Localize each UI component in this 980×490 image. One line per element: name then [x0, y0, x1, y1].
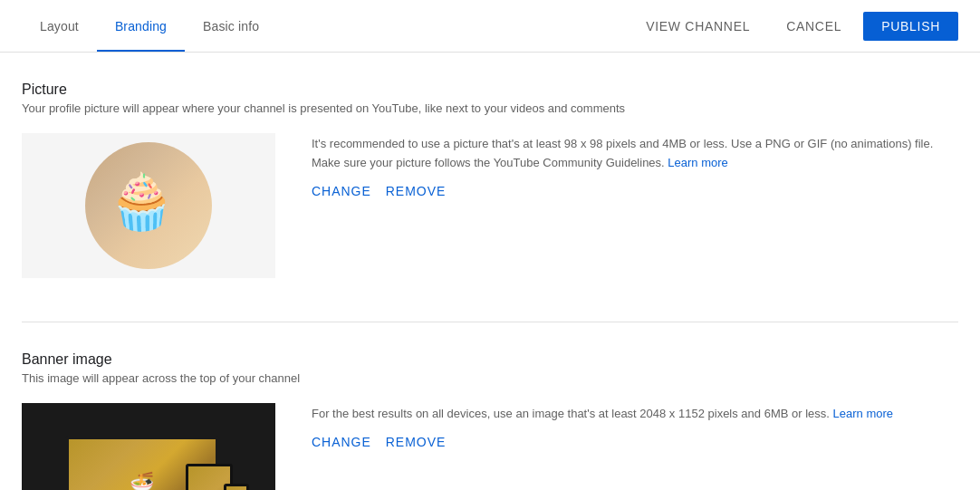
view-channel-button[interactable]: VIEW CHANNEL: [631, 12, 764, 41]
banner-learn-more-link[interactable]: Learn more: [833, 407, 893, 420]
picture-change-button[interactable]: CHANGE: [312, 184, 371, 198]
header-actions: VIEW CHANNEL CANCEL PUBLISH: [631, 12, 958, 41]
publish-button[interactable]: PUBLISH: [863, 12, 958, 41]
tab-branding[interactable]: Branding: [97, 0, 185, 52]
banner-device-mockup: 🍜: [49, 410, 248, 491]
picture-image-row: It's recommended to use a picture that's…: [22, 133, 958, 278]
picture-section-subtitle: Your profile picture will appear where y…: [22, 101, 958, 115]
cancel-button[interactable]: CANCEL: [772, 12, 856, 41]
picture-actions: CHANGE REMOVE: [312, 184, 958, 198]
banner-section-subtitle: This image will appear across the top of…: [22, 371, 958, 385]
banner-image-row: 🍜 For the be: [22, 403, 958, 490]
tab-basic-info[interactable]: Basic info: [185, 0, 277, 52]
section-divider: [22, 322, 958, 322]
banner-preview: 🍜: [22, 403, 275, 490]
nav-tabs: Layout Branding Basic info: [22, 0, 277, 52]
picture-section-title: Picture: [22, 82, 958, 98]
content: Picture Your profile picture will appear…: [0, 53, 980, 490]
banner-section: Banner image This image will appear acro…: [22, 351, 958, 490]
picture-info: It's recommended to use a picture that's…: [312, 133, 958, 198]
picture-image: [85, 142, 212, 269]
picture-learn-more-link[interactable]: Learn more: [668, 156, 727, 169]
banner-change-button[interactable]: CHANGE: [312, 435, 371, 449]
picture-preview: [22, 133, 275, 278]
header: Layout Branding Basic info VIEW CHANNEL …: [0, 0, 980, 53]
banner-remove-button[interactable]: REMOVE: [386, 435, 447, 449]
banner-description: For the best results on all devices, use…: [312, 405, 958, 424]
banner-info: For the best results on all devices, use…: [312, 403, 958, 449]
picture-description: It's recommended to use a picture that's…: [312, 135, 958, 173]
tab-layout[interactable]: Layout: [22, 0, 97, 52]
banner-actions: CHANGE REMOVE: [312, 435, 958, 449]
picture-remove-button[interactable]: REMOVE: [386, 184, 447, 198]
picture-section: Picture Your profile picture will appear…: [22, 82, 958, 278]
banner-section-title: Banner image: [22, 351, 958, 368]
